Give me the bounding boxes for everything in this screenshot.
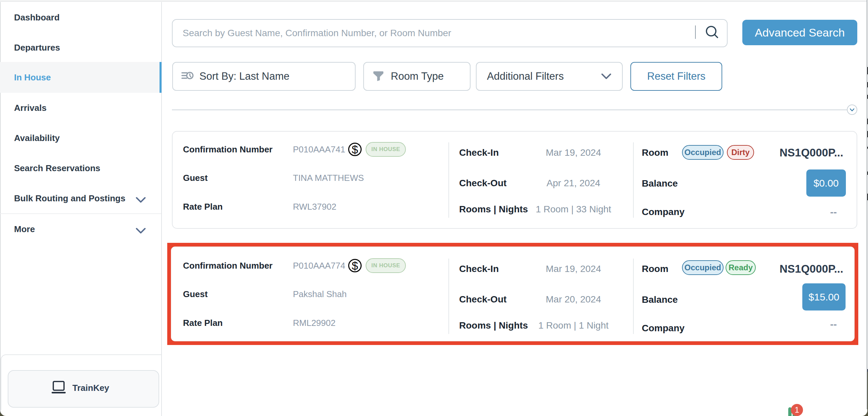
svg-text:$: $	[352, 143, 358, 156]
svg-text:$: $	[352, 259, 358, 272]
